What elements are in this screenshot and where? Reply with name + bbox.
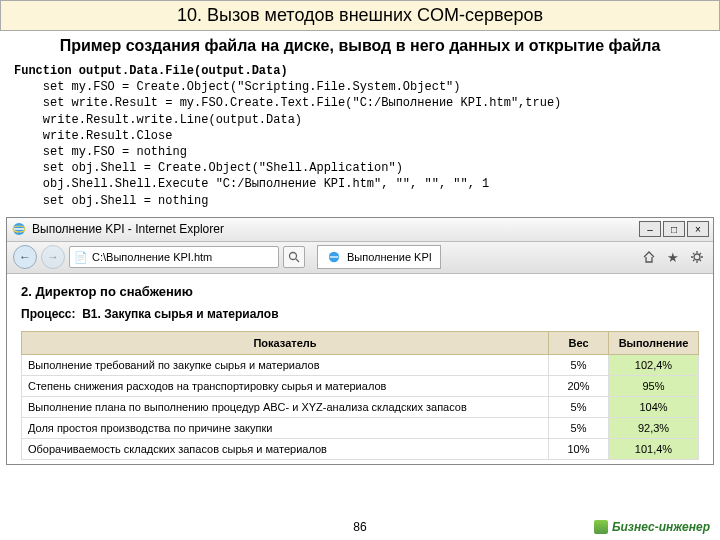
brand-text: Бизнес-инженер: [612, 520, 710, 534]
cell-weight: 5%: [549, 396, 609, 417]
browser-navbar: ← → 📄 C:\Выполнение KPI.htm Выполнение K…: [7, 242, 713, 274]
browser-titlebar: Выполнение KPI - Internet Explorer – □ ×: [7, 218, 713, 242]
cell-weight: 20%: [549, 375, 609, 396]
code-block: Function output.Data.File(output.Data) s…: [0, 61, 720, 217]
search-button[interactable]: [283, 246, 305, 268]
brand-logo-icon: [594, 520, 608, 534]
address-text: C:\Выполнение KPI.htm: [92, 251, 212, 263]
cell-label: Выполнение плана по выполнению процедур …: [22, 396, 549, 417]
cell-label: Оборачиваемость складских запасов сырья …: [22, 438, 549, 459]
cell-value: 102,4%: [609, 354, 699, 375]
table-row: Оборачиваемость складских запасов сырья …: [22, 438, 699, 459]
minimize-button[interactable]: –: [639, 221, 661, 237]
process-line: Процесс: В1. Закупка сырья и материалов: [21, 307, 699, 321]
code-line: set obj.Shell = nothing: [43, 194, 209, 208]
cell-label: Доля простоя производства по причине зак…: [22, 417, 549, 438]
svg-point-5: [694, 254, 700, 260]
slide-subtitle: Пример создания файла на диске, вывод в …: [0, 31, 720, 61]
browser-window: Выполнение KPI - Internet Explorer – □ ×…: [6, 217, 714, 465]
address-bar[interactable]: 📄 C:\Выполнение KPI.htm: [69, 246, 279, 268]
cell-value: 101,4%: [609, 438, 699, 459]
settings-icon[interactable]: [687, 247, 707, 267]
cell-weight: 10%: [549, 438, 609, 459]
slide-title: 10. Вызов методов внешних COM-серверов: [0, 0, 720, 31]
browser-tab[interactable]: Выполнение KPI: [317, 245, 441, 269]
svg-line-3: [296, 259, 299, 262]
home-icon[interactable]: [639, 247, 659, 267]
cell-weight: 5%: [549, 354, 609, 375]
browser-title-text: Выполнение KPI - Internet Explorer: [32, 222, 224, 236]
browser-content: 2. Директор по снабжению Процесс: В1. За…: [7, 274, 713, 464]
col-weight: Вес: [549, 331, 609, 354]
col-value: Выполнение: [609, 331, 699, 354]
close-button[interactable]: ×: [687, 221, 709, 237]
code-line: write.Result.Close: [43, 129, 173, 143]
code-line: set my.FSO = Create.Object("Scripting.Fi…: [43, 80, 461, 94]
cell-value: 95%: [609, 375, 699, 396]
svg-point-2: [290, 253, 297, 260]
code-signature: Function output.Data.File(output.Data): [14, 64, 288, 78]
ie-icon: [326, 249, 342, 265]
brand-label: Бизнес-инженер: [594, 520, 710, 534]
tab-label: Выполнение KPI: [347, 251, 432, 263]
favorites-icon[interactable]: ★: [663, 247, 683, 267]
code-line: set my.FSO = nothing: [43, 145, 187, 159]
process-label: Процесс:: [21, 307, 76, 321]
slide-footer: 86 Бизнес-инженер: [0, 520, 720, 534]
cell-label: Выполнение требований по закупке сырья и…: [22, 354, 549, 375]
section-heading: 2. Директор по снабжению: [21, 284, 699, 299]
maximize-button[interactable]: □: [663, 221, 685, 237]
cell-value: 104%: [609, 396, 699, 417]
table-row: Степень снижения расходов на транспортир…: [22, 375, 699, 396]
cell-weight: 5%: [549, 417, 609, 438]
code-line: write.Result.write.Line(output.Data): [43, 113, 302, 127]
table-row: Доля простоя производства по причине зак…: [22, 417, 699, 438]
kpi-table: Показатель Вес Выполнение Выполнение тре…: [21, 331, 699, 460]
ie-icon: [11, 221, 27, 237]
code-line: set write.Result = my.FSO.Create.Text.Fi…: [43, 96, 561, 110]
back-button[interactable]: ←: [13, 245, 37, 269]
forward-button[interactable]: →: [41, 245, 65, 269]
cell-value: 92,3%: [609, 417, 699, 438]
col-indicator: Показатель: [22, 331, 549, 354]
cell-label: Степень снижения расходов на транспортир…: [22, 375, 549, 396]
file-icon: 📄: [74, 251, 88, 264]
table-row: Выполнение плана по выполнению процедур …: [22, 396, 699, 417]
process-value: В1. Закупка сырья и материалов: [82, 307, 278, 321]
page-number: 86: [353, 520, 366, 534]
code-line: obj.Shell.Shell.Execute "C:/Выполнение K…: [43, 177, 489, 191]
code-line: set obj.Shell = Create.Object("Shell.App…: [43, 161, 403, 175]
table-row: Выполнение требований по закупке сырья и…: [22, 354, 699, 375]
